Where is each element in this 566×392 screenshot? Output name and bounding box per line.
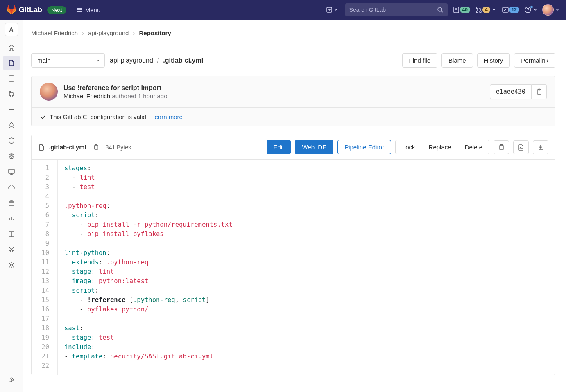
help-dropdown[interactable]: [524, 6, 537, 14]
download-button[interactable]: [533, 140, 548, 154]
doc-icon: [8, 59, 15, 67]
path-file: .gitlab-ci.yml: [163, 57, 203, 64]
file-name-label: .gitlab-ci.yml: [49, 144, 86, 151]
shield-icon: [8, 137, 15, 144]
file-size: 341 Bytes: [106, 144, 131, 151]
sidebar-monitor[interactable]: [3, 164, 20, 179]
navbar-left: GitLab Next Menu: [7, 5, 100, 15]
svg-point-10: [9, 91, 11, 93]
sidebar-deployments[interactable]: [3, 118, 20, 133]
sidebar-ci-cd[interactable]: [3, 102, 20, 117]
svg-rect-17: [9, 169, 14, 173]
file-icon-actions: [494, 140, 548, 154]
svg-point-4: [476, 11, 478, 13]
monitor-icon: [8, 168, 15, 176]
branch-name: main: [37, 57, 51, 64]
menu-label: Menu: [85, 7, 101, 14]
find-file-button[interactable]: Find file: [402, 53, 438, 68]
breadcrumb-owner[interactable]: Michael Friedrich: [31, 29, 78, 36]
breadcrumb-project[interactable]: api-playground: [88, 29, 129, 36]
lock-button[interactable]: Lock: [395, 140, 422, 154]
menu-button[interactable]: Menu: [76, 7, 101, 14]
copy-file-path-button[interactable]: [91, 142, 102, 152]
copy-contents-button[interactable]: [494, 140, 509, 154]
search-icon: [437, 7, 444, 13]
todos-icon: [502, 6, 509, 14]
chevron-down-icon: [533, 8, 537, 12]
sidebar-settings[interactable]: [3, 258, 20, 273]
commit-row: Use !reference for script import Michael…: [32, 76, 555, 108]
main-content: Michael Friedrich › api-playground › Rep…: [23, 20, 566, 392]
cloud-icon: [8, 184, 15, 191]
search-box[interactable]: [345, 3, 448, 16]
download-icon: [537, 144, 544, 151]
new-dropdown[interactable]: [324, 5, 340, 15]
next-badge[interactable]: Next: [47, 6, 66, 14]
issues-counter[interactable]: 40: [453, 6, 470, 14]
todos-counter[interactable]: 12: [502, 6, 519, 14]
svg-rect-18: [9, 201, 14, 205]
file-icon: [38, 144, 45, 151]
delete-button[interactable]: Delete: [458, 140, 489, 154]
ci-learn-more-link[interactable]: Learn more: [151, 113, 183, 120]
svg-point-8: [528, 11, 528, 12]
commit-sha-group: e1aee430: [490, 84, 547, 99]
todos-badge: 12: [509, 7, 519, 13]
copy-sha-button[interactable]: [532, 84, 547, 99]
sidebar-analytics[interactable]: [3, 211, 20, 226]
search-input[interactable]: [349, 7, 437, 13]
sidebar-packages[interactable]: [3, 196, 20, 210]
ci-validation-row: This GitLab CI configuration is valid. L…: [32, 108, 555, 126]
sidebar-expand[interactable]: [3, 372, 20, 387]
branch-selector[interactable]: main: [31, 53, 105, 68]
blame-button[interactable]: Blame: [441, 53, 473, 68]
sidebar-wiki[interactable]: [3, 227, 20, 241]
plus-icon: [326, 7, 333, 13]
tanuki-icon: [7, 5, 16, 15]
edit-button[interactable]: Edit: [267, 140, 291, 154]
svg-point-13: [9, 109, 10, 110]
sidebar-project-overview[interactable]: [3, 40, 20, 55]
sidebar-merge-requests[interactable]: [3, 87, 20, 101]
breadcrumb-current: Repository: [139, 29, 171, 36]
chart-icon: [8, 215, 15, 222]
commit-author[interactable]: Michael Friedrich: [63, 92, 110, 99]
sidebar-snippets[interactable]: [3, 242, 20, 257]
sidebar-operations[interactable]: [3, 149, 20, 164]
doc-raw-icon: [518, 144, 524, 151]
scissors-icon: [8, 246, 15, 253]
gitlab-logo[interactable]: GitLab: [7, 5, 42, 15]
pipeline-editor-button[interactable]: Pipeline Editor: [337, 140, 391, 154]
svg-point-1: [438, 7, 442, 11]
commit-title[interactable]: Use !reference for script import: [63, 84, 168, 92]
sidebar-security[interactable]: [3, 133, 20, 148]
breadcrumb-sep: ›: [82, 29, 84, 36]
code-body[interactable]: stages: - lint - test .python-req: scrip…: [58, 160, 555, 375]
sidebar-repository[interactable]: [3, 56, 20, 70]
web-ide-button[interactable]: Web IDE: [295, 140, 333, 154]
line-numbers: 12345678910111213141516171819202122: [32, 160, 58, 375]
code-viewer: 12345678910111213141516171819202122 stag…: [32, 160, 555, 375]
file-controls: main api-playground / .gitlab-ci.yml Fin…: [31, 45, 555, 76]
path-project[interactable]: api-playground: [110, 57, 153, 64]
raw-button[interactable]: [513, 140, 529, 154]
history-button[interactable]: History: [477, 53, 510, 68]
chevron-down-icon: [95, 58, 100, 63]
commit-info: Use !reference for script import Michael…: [63, 84, 168, 99]
merge-requests-counter[interactable]: 4: [475, 6, 497, 14]
commit-sha[interactable]: e1aee430: [490, 84, 532, 99]
mrs-badge: 4: [482, 7, 490, 13]
issues-list-icon: [8, 75, 15, 82]
user-menu[interactable]: [542, 4, 559, 16]
commit-author-avatar[interactable]: [40, 83, 58, 101]
chevron-down-icon: [555, 8, 559, 12]
sidebar-infrastructure[interactable]: [3, 180, 20, 195]
project-avatar[interactable]: A: [5, 23, 18, 36]
svg-point-21: [10, 264, 12, 266]
replace-button[interactable]: Replace: [422, 140, 458, 154]
svg-point-16: [11, 155, 12, 157]
sidebar-issues[interactable]: [3, 71, 20, 86]
permalink-button[interactable]: Permalink: [514, 53, 555, 68]
breadcrumb-sep: ›: [133, 29, 135, 36]
clipboard-icon: [536, 88, 542, 95]
